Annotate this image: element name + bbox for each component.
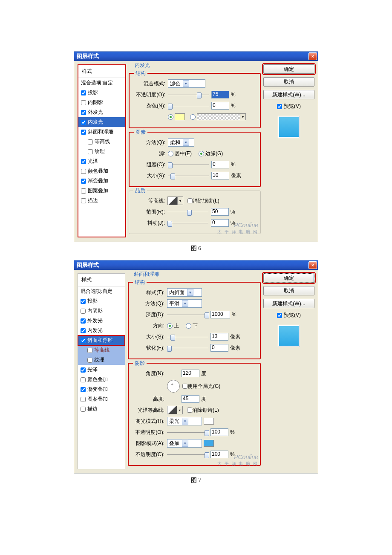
sidebar-item-stroke[interactable]: 描边	[78, 196, 125, 205]
sidebar-item-drop[interactable]: 投影	[78, 88, 125, 98]
shadow-opacity-input[interactable]: 100	[210, 451, 228, 458]
sidebar-item-outer-glow[interactable]: 外发光	[78, 107, 125, 117]
chevron-down-icon[interactable]: ▾	[182, 440, 188, 447]
noise-slider[interactable]	[168, 103, 209, 109]
size-input[interactable]: 10	[211, 172, 229, 179]
shadow-opacity-slider[interactable]	[167, 451, 208, 457]
sidebar-item-color-overlay[interactable]: 颜色叠加	[78, 166, 125, 176]
highlight-opacity-slider[interactable]	[167, 429, 208, 435]
sidebar-item-blend[interactable]: 混合选项:自定	[78, 286, 125, 296]
drop-checkbox[interactable]	[81, 90, 86, 95]
gradient-dropdown-icon[interactable]: ▾	[240, 113, 246, 120]
satin-checkbox[interactable]	[81, 159, 86, 164]
sidebar-item-gradient-overlay[interactable]: 渐变叠加	[78, 176, 125, 186]
size-slider[interactable]	[167, 334, 208, 340]
size-slider[interactable]	[168, 173, 209, 179]
preview-checkbox[interactable]	[277, 313, 282, 318]
antialias-checkbox[interactable]	[187, 408, 192, 413]
color-swatch[interactable]	[175, 113, 185, 120]
contour-sub-checkbox[interactable]	[88, 139, 93, 145]
sidebar-item-texture-sub[interactable]: 纹理	[78, 147, 125, 156]
jitter-input[interactable]: 0	[211, 219, 229, 227]
gradient-radio[interactable]	[190, 114, 196, 120]
sidebar-item-blend[interactable]: 混合选项:自定	[78, 78, 125, 88]
shadow-color-swatch[interactable]	[204, 440, 214, 447]
gloss-contour-dropdown-icon[interactable]: ▾	[177, 406, 183, 414]
new-style-button[interactable]: 新建样式(W)...	[263, 299, 314, 308]
chevron-down-icon[interactable]: ▾	[183, 139, 189, 146]
antialias-checkbox[interactable]	[187, 198, 193, 203]
ok-button[interactable]: 确定	[263, 64, 314, 74]
range-slider[interactable]	[167, 209, 208, 215]
sidebar-item-bevel[interactable]: 斜面和浮雕	[78, 127, 125, 137]
sidebar-item-pattern-overlay[interactable]: 图案叠加	[78, 394, 125, 404]
inner-shadow-checkbox[interactable]	[81, 100, 86, 105]
sidebar-item-satin[interactable]: 光泽	[78, 156, 125, 166]
contour-dropdown-icon[interactable]: ▾	[177, 197, 183, 205]
new-style-button[interactable]: 新建样式(W)...	[263, 90, 314, 99]
soften-input[interactable]: 0	[210, 344, 228, 352]
gradient-picker[interactable]	[197, 113, 240, 120]
preview-toggle[interactable]: 预览(V)	[263, 103, 314, 110]
preview-checkbox[interactable]	[277, 104, 282, 109]
choke-slider[interactable]	[168, 162, 209, 168]
preview-toggle[interactable]: 预览(V)	[263, 312, 314, 319]
source-edge-radio[interactable]	[199, 151, 204, 156]
stroke-checkbox[interactable]	[81, 198, 86, 203]
size-input[interactable]: 13	[210, 333, 228, 341]
sidebar-item-outer-glow[interactable]: 外发光	[78, 316, 125, 326]
cancel-button[interactable]: 取消	[263, 77, 314, 87]
cancel-button[interactable]: 取消	[263, 286, 314, 295]
sidebar-item-contour-sub[interactable]: 等高线	[78, 345, 125, 355]
chevron-down-icon[interactable]: ▾	[182, 418, 188, 425]
technique-select[interactable]: 平滑▾	[167, 299, 202, 308]
sidebar-item-texture-sub[interactable]: 纹理	[78, 355, 125, 365]
angle-dial[interactable]	[167, 380, 180, 393]
highlight-opacity-input[interactable]: 100	[210, 428, 228, 436]
gradient-overlay-checkbox[interactable]	[81, 179, 86, 184]
sidebar-item-drop[interactable]: 投影	[78, 296, 125, 306]
soften-slider[interactable]	[167, 345, 208, 351]
sidebar-item-satin[interactable]: 光泽	[78, 365, 125, 375]
texture-sub-checkbox[interactable]	[88, 149, 93, 154]
direction-up-radio[interactable]	[167, 323, 173, 329]
ok-button[interactable]: 确定	[263, 273, 314, 283]
opacity-input[interactable]: 75	[211, 91, 229, 98]
opacity-slider[interactable]	[168, 92, 209, 98]
direction-down-radio[interactable]	[186, 323, 191, 329]
chevron-down-icon[interactable]: ▾	[182, 300, 188, 307]
bevel-checkbox[interactable]	[81, 130, 86, 135]
contour-picker[interactable]	[167, 197, 178, 205]
inner-glow-checkbox[interactable]	[81, 120, 86, 125]
close-icon[interactable]: ×	[308, 52, 317, 60]
titlebar[interactable]: 图层样式 ×	[74, 52, 318, 61]
sidebar-item-stroke[interactable]: 描边	[78, 404, 125, 414]
chevron-down-icon[interactable]: ▾	[183, 80, 189, 87]
depth-input[interactable]: 1000	[210, 311, 230, 318]
sidebar-item-bevel[interactable]: 斜面和浮雕	[78, 335, 125, 345]
sidebar-item-inner-shadow[interactable]: 内阴影	[78, 306, 125, 316]
sidebar-item-contour-sub[interactable]: 等高线	[78, 137, 125, 147]
blend-mode-select[interactable]: 滤色 ▾	[168, 79, 205, 88]
sidebar-item-inner-glow[interactable]: 内发光	[78, 326, 125, 335]
gloss-contour-picker[interactable]	[167, 406, 177, 414]
choke-input[interactable]: 0	[211, 161, 229, 168]
titlebar[interactable]: 图层样式 ×	[74, 260, 318, 270]
color-radio[interactable]	[168, 114, 173, 120]
depth-slider[interactable]	[167, 312, 208, 318]
shadow-mode-select[interactable]: 叠加▾	[167, 439, 202, 448]
range-input[interactable]: 50	[211, 208, 229, 216]
highlight-mode-select[interactable]: 柔光▾	[167, 417, 202, 425]
style-select[interactable]: 内斜面▾	[167, 288, 202, 297]
technique-select[interactable]: 柔和 ▾	[168, 138, 194, 147]
source-center-radio[interactable]	[168, 151, 173, 156]
close-icon[interactable]: ×	[308, 261, 317, 269]
sidebar-item-inner-shadow[interactable]: 内阴影	[78, 98, 125, 107]
altitude-input[interactable]: 45	[182, 395, 199, 403]
noise-input[interactable]: 0	[211, 102, 229, 110]
sidebar-item-inner-glow[interactable]: 内发光	[78, 117, 125, 127]
color-overlay-checkbox[interactable]	[81, 169, 86, 174]
global-light-checkbox[interactable]	[182, 384, 187, 389]
sidebar-item-gradient-overlay[interactable]: 渐变叠加	[78, 384, 125, 394]
angle-input[interactable]: 120	[182, 370, 199, 377]
